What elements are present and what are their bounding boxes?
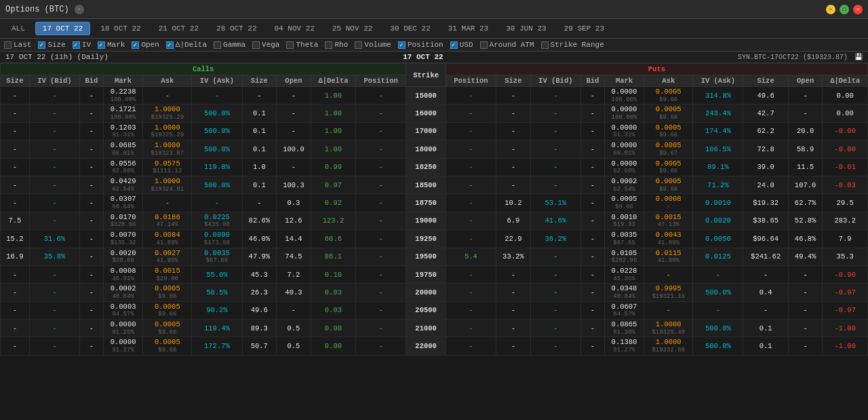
table-row[interactable]: 16.935.8%-0.0020$38.660.002741.95%0.0035… <box>1 248 868 265</box>
cell: - <box>356 301 406 319</box>
table-row[interactable]: ---0.000081.25%0.0005$9.66119.4%89.30.50… <box>1 320 868 337</box>
tab-18-oct-22[interactable]: 18 OCT 22 <box>93 22 148 35</box>
minimize-button[interactable]: − <box>826 5 835 14</box>
tab-17-oct-22[interactable]: 17 OCT 22 <box>35 22 90 35</box>
cell: -0.00 <box>823 140 868 158</box>
control-gamma[interactable]: Gamma <box>214 41 245 49</box>
cell: - <box>788 337 823 355</box>
tab-21-oct-22[interactable]: 21 OCT 22 <box>151 22 206 35</box>
table-row[interactable]: ---0.2238100.00%----1.00-15000----0.0000… <box>1 87 868 104</box>
checkbox-iv[interactable] <box>73 41 80 49</box>
calls-ivask-cell: - <box>192 87 242 104</box>
cell: - <box>496 158 531 176</box>
table-row[interactable]: ---0.000845.31%0.0015$29.0055.0%45.37.20… <box>1 265 868 283</box>
checkbox-open[interactable] <box>132 41 139 49</box>
puts-ivask-cell: 174.4% <box>693 122 743 140</box>
table-row[interactable]: ---0.1721100.00%1.0000$19325.29500.0%0.1… <box>1 104 868 122</box>
tab-31-mar-23[interactable]: 31 MAR 23 <box>441 22 496 35</box>
control-position[interactable]: Position <box>398 41 443 49</box>
cell: - <box>79 194 103 212</box>
control-theta[interactable]: Theta <box>286 41 318 49</box>
puts-ivask-cell: 0.0050 <box>693 230 743 248</box>
table-row[interactable]: ---0.068566.01%1.0000$19323.87500.0%0.11… <box>1 140 868 158</box>
maximize-button[interactable]: □ <box>840 5 849 14</box>
control-open[interactable]: Open <box>132 41 159 49</box>
checkbox-strike-range[interactable] <box>541 41 549 49</box>
calls-mark-cell: 0.0070$135.32 <box>103 230 142 248</box>
tab-30-dec-22[interactable]: 30 DEC 22 <box>382 22 437 35</box>
cell: - <box>29 301 79 319</box>
control-size[interactable]: Size <box>38 41 65 49</box>
cell: 20.0 <box>788 122 823 140</box>
calls-col-size: Size <box>242 75 277 87</box>
control-last[interactable]: Last <box>4 41 31 49</box>
cell: - <box>79 248 103 265</box>
control-δ-delta[interactable]: Δ|Delta <box>166 41 207 49</box>
cell: - <box>788 301 823 319</box>
control-label: Position <box>408 41 443 49</box>
cell: - <box>277 158 311 176</box>
options-table-container[interactable]: Calls Strike Puts SizeIV (Bid)BidMarkAsk… <box>0 63 868 402</box>
checkbox-last[interactable] <box>4 41 12 49</box>
cell: 39.0 <box>743 158 788 176</box>
puts-ask-cell: 0.001547.13% <box>644 212 693 229</box>
checkbox-rho[interactable] <box>325 41 332 49</box>
cell: - <box>79 230 103 248</box>
cell: -0.03 <box>823 176 868 193</box>
control-mark[interactable]: Mark <box>98 41 125 49</box>
checkbox-theta[interactable] <box>286 41 294 49</box>
strike-cell: 19000 <box>406 212 446 229</box>
tab-04-nov-22[interactable]: 04 NOV 22 <box>267 22 322 35</box>
table-row[interactable]: ---0.000384.57%0.0005$9.6690.2%49.6-0.03… <box>1 301 868 319</box>
control-around-atm[interactable]: Around ATM <box>480 41 534 49</box>
checkbox-usd[interactable] <box>450 41 458 49</box>
control-rho[interactable]: Rho <box>325 41 348 49</box>
puts-mark-cell: 0.000091.31% <box>604 122 644 140</box>
control-usd[interactable]: USD <box>450 41 473 49</box>
tab-30-jun-23[interactable]: 30 JUN 23 <box>498 22 553 35</box>
cell: - <box>29 320 79 337</box>
table-row[interactable]: ---0.120391.31%1.0000$19325.29500.0%0.1-… <box>1 122 868 140</box>
checkbox-volume[interactable] <box>355 41 362 49</box>
checkbox-position[interactable] <box>398 41 406 49</box>
tab-25-nov-22[interactable]: 25 NOV 22 <box>325 22 380 35</box>
table-row[interactable]: ---0.030758.64%---0.30.92-18750-10.253.1… <box>1 194 868 212</box>
control-iv[interactable]: IV <box>73 41 91 49</box>
table-row[interactable]: ---0.000091.27%0.0005$9.66172.7%50.70.50… <box>1 337 868 355</box>
puts-ivask-cell: 106.5% <box>693 140 743 158</box>
puts-mark-cell: 0.138091.27% <box>604 337 644 355</box>
checkbox-vega[interactable] <box>252 41 260 49</box>
checkbox-size[interactable] <box>38 41 45 49</box>
table-row[interactable]: ---0.000248.84%0.0005$9.6658.5%26.340.30… <box>1 284 868 301</box>
tab-28-oct-22[interactable]: 28 OCT 22 <box>209 22 264 35</box>
control-strike-range[interactable]: Strike Range <box>541 41 604 49</box>
puts-ask-cell: 0.9995$19321.16 <box>644 284 693 301</box>
cell: 40.3 <box>277 284 311 301</box>
puts-ivask-cell: - <box>693 301 743 319</box>
strike-cell: 22000 <box>406 337 446 355</box>
control-volume[interactable]: Volume <box>355 41 391 49</box>
add-tab-button[interactable]: + <box>75 5 84 14</box>
cell: - <box>29 176 79 193</box>
cell: - <box>496 104 531 122</box>
checkbox-δ-delta[interactable] <box>166 41 174 49</box>
cell: 0.1 <box>743 320 788 337</box>
tab-29-sep-23[interactable]: 29 SEP 23 <box>557 22 612 35</box>
calls-ask-cell: 0.008441.89% <box>143 230 192 248</box>
puts-ask-cell: 1.0000$19329.40 <box>644 320 693 337</box>
cell: 53.1% <box>530 194 580 212</box>
calls-ivask-cell: - <box>192 194 242 212</box>
table-row[interactable]: 15.231.6%-0.0070$135.320.008441.89%0.009… <box>1 230 868 248</box>
table-row[interactable]: ---0.042962.54%1.0000$19324.01500.0%0.11… <box>1 176 868 193</box>
checkbox-around-atm[interactable] <box>480 41 488 49</box>
save-icon[interactable]: 💾 <box>854 54 863 61</box>
cell: 89.3 <box>242 320 277 337</box>
table-row[interactable]: 7.5--0.0170$328.660.018647.14%0.0225$435… <box>1 212 868 229</box>
close-button[interactable]: × <box>853 5 863 14</box>
table-row[interactable]: ---0.055662.60%0.0575$1111.12119.8%1.0-0… <box>1 158 868 176</box>
strike-cell: 21000 <box>406 320 446 337</box>
checkbox-mark[interactable] <box>98 41 105 49</box>
control-vega[interactable]: Vega <box>252 41 279 49</box>
tab-all[interactable]: ALL <box>4 22 33 35</box>
checkbox-gamma[interactable] <box>214 41 221 49</box>
